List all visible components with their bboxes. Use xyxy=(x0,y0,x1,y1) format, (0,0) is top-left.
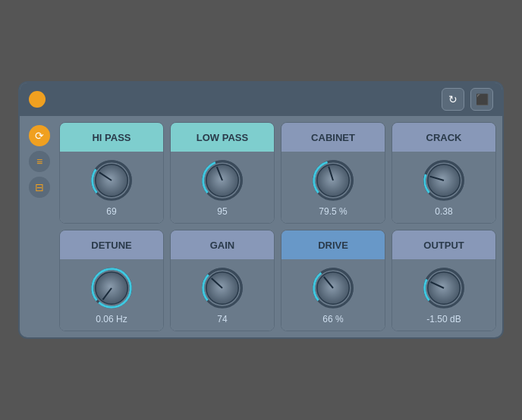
save-button[interactable]: ⬛ xyxy=(470,88,493,111)
knob-canvas[interactable] xyxy=(201,267,244,309)
knobs-row-2: DETUNE0.06 HzGAIN74DRIVE66 %OUTPUT-1.50 … xyxy=(59,230,496,331)
knob-container[interactable] xyxy=(90,267,133,309)
module-label: DRIVE xyxy=(281,230,385,259)
sidebar: ⟳ ≡ ⊟ xyxy=(26,122,53,331)
knob-value: 95 xyxy=(217,206,227,217)
plugin-window: ↻ ⬛ ⟳ ≡ ⊟ HI PASS69LOW PASS95CABINET79.5… xyxy=(18,81,504,339)
refresh-icon: ↻ xyxy=(448,93,458,105)
knob-canvas[interactable] xyxy=(312,267,354,309)
knob-container[interactable] xyxy=(423,267,465,309)
module-output: OUTPUT-1.50 dB xyxy=(392,230,496,331)
power-icon: ⟳ xyxy=(35,130,44,142)
knob-value: 69 xyxy=(106,206,116,217)
knob-canvas[interactable] xyxy=(90,267,133,309)
module-body: 79.5 % xyxy=(281,152,385,223)
knob-value: 79.5 % xyxy=(319,206,347,217)
main-content: ⟳ ≡ ⊟ HI PASS69LOW PASS95CABINET79.5 %CR… xyxy=(20,116,502,337)
knob-canvas[interactable] xyxy=(90,159,133,202)
knob-container[interactable] xyxy=(312,267,354,309)
knob-value: 74 xyxy=(217,314,227,324)
module-body: 69 xyxy=(60,152,163,223)
module-label: LOW PASS xyxy=(171,123,274,152)
list-icon: ≡ xyxy=(36,155,42,168)
module-gain: GAIN74 xyxy=(170,230,275,331)
module-body: 95 xyxy=(171,152,274,223)
knob-container[interactable] xyxy=(201,159,244,202)
knob-canvas[interactable] xyxy=(423,267,465,309)
module-detune: DETUNE0.06 Hz xyxy=(59,230,164,331)
module-drive: DRIVE66 % xyxy=(281,230,385,331)
knob-container[interactable] xyxy=(423,159,465,202)
module-body: 0.06 Hz xyxy=(60,259,163,331)
title-bar: ↻ ⬛ xyxy=(20,83,502,116)
save-icon: ⬛ xyxy=(476,93,489,105)
module-label: GAIN xyxy=(171,230,274,259)
module-label: OUTPUT xyxy=(392,230,495,259)
knob-container[interactable] xyxy=(90,159,133,202)
module-hi-pass: HI PASS69 xyxy=(59,122,164,224)
module-label: CRACK xyxy=(392,123,495,152)
eq-icon: ⊟ xyxy=(35,181,44,193)
knob-value: 66 % xyxy=(322,314,343,324)
module-label: HI PASS xyxy=(60,123,163,152)
module-label: DETUNE xyxy=(60,230,163,259)
sidebar-list-btn[interactable]: ≡ xyxy=(29,151,50,172)
module-label: CABINET xyxy=(281,123,385,152)
sidebar-power-btn[interactable]: ⟳ xyxy=(29,125,50,146)
module-body: 66 % xyxy=(281,259,385,331)
module-cabinet: CABINET79.5 % xyxy=(281,122,385,224)
module-low-pass: LOW PASS95 xyxy=(170,122,275,224)
module-crack: CRACK0.38 xyxy=(392,122,496,224)
knob-canvas[interactable] xyxy=(312,159,354,202)
knob-value: 0.38 xyxy=(435,206,452,217)
knob-value: -1.50 dB xyxy=(426,314,461,324)
module-body: 74 xyxy=(171,259,274,331)
refresh-button[interactable]: ↻ xyxy=(442,88,464,111)
knob-canvas[interactable] xyxy=(423,159,465,202)
knob-value: 0.06 Hz xyxy=(96,314,127,324)
knobs-row-1: HI PASS69LOW PASS95CABINET79.5 %CRACK0.3… xyxy=(59,122,496,224)
knob-canvas[interactable] xyxy=(201,159,244,202)
module-body: 0.38 xyxy=(392,152,495,223)
sidebar-eq-btn[interactable]: ⊟ xyxy=(29,177,50,198)
knob-container[interactable] xyxy=(201,267,244,309)
knob-container[interactable] xyxy=(312,159,354,202)
module-body: -1.50 dB xyxy=(392,259,495,331)
title-circle xyxy=(29,91,46,108)
controls-area: HI PASS69LOW PASS95CABINET79.5 %CRACK0.3… xyxy=(59,122,496,331)
